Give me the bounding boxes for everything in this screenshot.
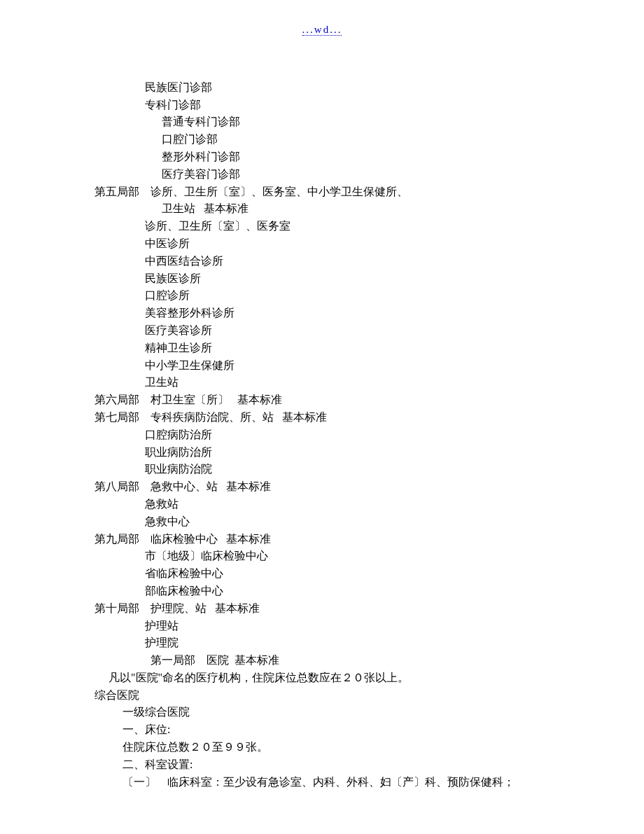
text-line: 口腔诊所 [94, 287, 598, 305]
text-line: 民族医诊所 [94, 270, 598, 288]
text-line: 第九局部 临床检验中心 基本标准 [94, 531, 598, 548]
text-line: 中医诊所 [94, 235, 598, 253]
text-line: 急救中心 [94, 513, 598, 531]
text-line: 整形外科门诊部 [94, 148, 598, 166]
text-line: 卫生站 基本标准 [94, 200, 598, 218]
text-line: 中西医结合诊所 [94, 253, 598, 270]
text-line: 第一局部 医院 基本标准 [94, 652, 598, 669]
text-line: 凡以"医院"命名的医疗机构，住院床位总数应在２０张以上。 [94, 669, 598, 687]
text-line: 第六局部 村卫生室〔所〕 基本标准 [94, 391, 598, 409]
text-line: 美容整形外科诊所 [94, 305, 598, 322]
header-link[interactable]: ...wd... [302, 24, 342, 36]
text-line: 第七局部 专科疾病防治院、所、站 基本标准 [94, 409, 598, 426]
text-line: 第十局部 护理院、站 基本标准 [94, 600, 598, 618]
text-line: 〔一〕 临床科室：至少设有急诊室、内科、外科、妇〔产〕科、预防保健科； [94, 774, 598, 791]
text-line: 医疗美容诊所 [94, 322, 598, 340]
text-line: 一、床位: [94, 721, 598, 739]
text-line: 职业病防治所 [94, 444, 598, 461]
text-line: 中小学卫生保健所 [94, 357, 598, 375]
text-line: 住院床位总数２０至９９张。 [94, 739, 598, 756]
text-line: 诊所、卫生所〔室〕、医务室 [94, 218, 598, 235]
text-line: 口腔病防治所 [94, 426, 598, 444]
text-line: 省临床检验中心 [94, 565, 598, 583]
text-line: 精神卫生诊所 [94, 340, 598, 357]
text-line: 普通专科门诊部 [94, 113, 598, 131]
text-line: 护理院 [94, 634, 598, 652]
document-page: ...wd... 民族医门诊部 专科门诊部 普通专科门诊部 口腔门诊部 整形外科… [0, 0, 644, 834]
text-line: 民族医门诊部 [94, 79, 598, 97]
text-line: 医疗美容门诊部 [94, 166, 598, 183]
text-line: 第八局部 急救中心、站 基本标准 [94, 478, 598, 496]
text-line: 综合医院 [94, 687, 598, 704]
text-line: 二、科室设置: [94, 756, 598, 774]
text-line: 口腔门诊部 [94, 131, 598, 148]
text-line: 专科门诊部 [94, 97, 598, 114]
text-line: 第五局部 诊所、卫生所〔室〕、医务室、中小学卫生保健所、 [94, 183, 598, 201]
text-line: 市〔地级〕临床检验中心 [94, 548, 598, 565]
document-body: 民族医门诊部 专科门诊部 普通专科门诊部 口腔门诊部 整形外科门诊部 医疗美容门… [94, 79, 598, 791]
text-line: 部临床检验中心 [94, 583, 598, 600]
header: ...wd... [0, 21, 644, 39]
text-line: 急救站 [94, 496, 598, 513]
text-line: 职业病防治院 [94, 461, 598, 478]
text-line: 护理站 [94, 618, 598, 635]
text-line: 卫生站 [94, 374, 598, 391]
text-line: 一级综合医院 [94, 704, 598, 721]
